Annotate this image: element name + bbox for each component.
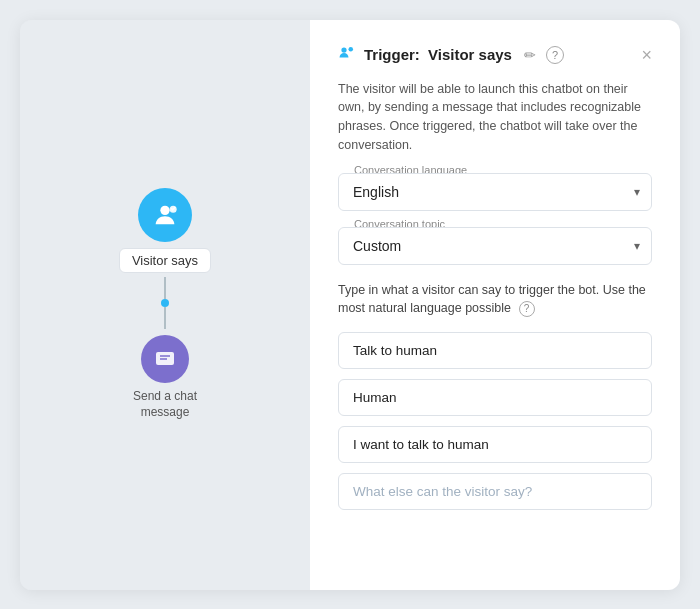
- message-svg-icon: [153, 347, 177, 371]
- message-node: Send a chat message: [133, 335, 197, 420]
- phrase-input-3: [338, 426, 652, 463]
- connector-line-segment: [164, 277, 166, 299]
- canvas-panel: Visitor says Send a chat message: [20, 20, 310, 590]
- connector-dot: [161, 299, 169, 307]
- visitor-svg-icon: [151, 201, 179, 229]
- visitor-node-label[interactable]: Visitor says: [119, 248, 211, 273]
- app-container: Visitor says Send a chat message: [20, 20, 680, 590]
- phrase-field-3[interactable]: [338, 426, 652, 463]
- edit-icon[interactable]: ✏: [524, 47, 536, 63]
- phrases-help-icon[interactable]: ?: [519, 301, 535, 317]
- phrase-placeholder-input[interactable]: [338, 473, 652, 510]
- language-select-wrapper: English ▾: [338, 173, 652, 211]
- panel-header: Trigger: Visitor says ✏ ? ×: [338, 44, 652, 66]
- language-field-group: Conversation language English ▾: [338, 173, 652, 211]
- phrase-input-2: [338, 379, 652, 416]
- close-button[interactable]: ×: [641, 46, 652, 64]
- panel-description: The visitor will be able to launch this …: [338, 80, 652, 155]
- phrases-description: Type in what a visitor can say to trigge…: [338, 281, 652, 319]
- svg-point-0: [160, 206, 169, 215]
- phrase-input-1: [338, 332, 652, 369]
- help-icon-title[interactable]: ?: [546, 46, 564, 64]
- topic-select-wrapper: Custom ▾: [338, 227, 652, 265]
- phrase-field-2[interactable]: [338, 379, 652, 416]
- trigger-icon: [338, 44, 356, 66]
- phrase-field-1[interactable]: [338, 332, 652, 369]
- right-panel: Trigger: Visitor says ✏ ? × The visitor …: [310, 20, 680, 590]
- panel-header-left: Trigger: Visitor says ✏ ?: [338, 44, 564, 66]
- language-select[interactable]: English: [338, 173, 652, 211]
- phrase-placeholder-group: [338, 473, 652, 510]
- topic-field-group: Conversation topic Custom ▾: [338, 227, 652, 265]
- message-icon: [141, 335, 189, 383]
- message-node-label: Send a chat message: [133, 389, 197, 420]
- topic-select[interactable]: Custom: [338, 227, 652, 265]
- panel-title: Trigger: Visitor says: [364, 46, 512, 63]
- svg-point-6: [349, 47, 354, 52]
- visitor-node: Visitor says: [119, 188, 211, 273]
- connector: [161, 277, 169, 329]
- svg-point-5: [341, 47, 346, 52]
- visitor-icon: [138, 188, 192, 242]
- connector-line-segment2: [164, 307, 166, 329]
